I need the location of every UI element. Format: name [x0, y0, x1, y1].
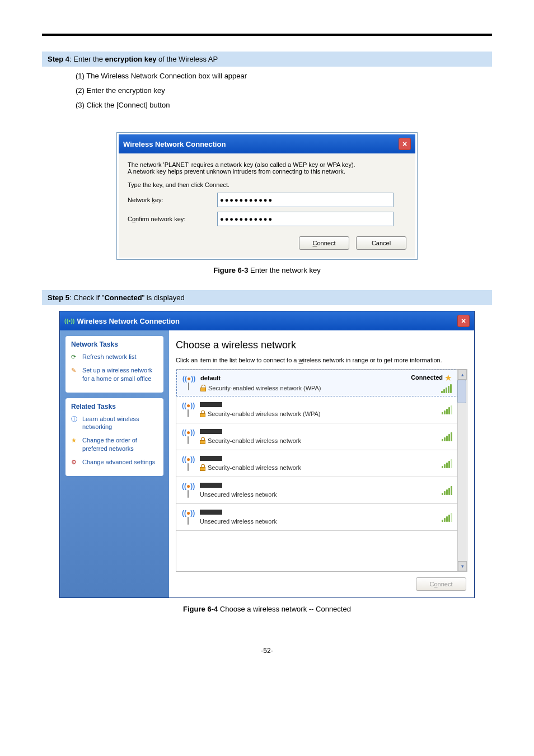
antenna-icon: ((•)) — [64, 318, 75, 324]
star-icon: ★ — [445, 374, 452, 382]
choose-network-desc: Click an item in the list below to conne… — [176, 357, 467, 363]
refresh-icon: ⟳ — [71, 353, 79, 361]
wifi-icon: ((●)) — [182, 375, 195, 391]
network-list[interactable]: ▴ ▾ ((●))defaultSecurity-enabled wireles… — [176, 369, 467, 572]
wifi-icon: ((●)) — [182, 428, 194, 445]
network-item[interactable]: ((●))Unsecured wireless network — [176, 504, 467, 531]
step4-item-3: (3) Click the [Connect] button — [76, 98, 492, 113]
network-name — [200, 510, 436, 515]
network-key-input[interactable] — [217, 193, 394, 207]
cancel-button[interactable]: Cancel — [356, 236, 406, 250]
learn-wireless-link[interactable]: ⓘLearn about wireless networking — [71, 415, 158, 431]
wifi-icon: ((●)) — [182, 482, 194, 499]
network-name: default — [200, 375, 405, 381]
network-tasks-header: Network Tasks — [71, 340, 158, 348]
page-number: -52- — [42, 647, 492, 655]
network-name — [200, 483, 436, 488]
doc-page: Step 4: Enter the encryption key of the … — [0, 0, 534, 677]
main-panel: Choose a wireless network Click an item … — [169, 330, 474, 598]
scroll-up-icon[interactable]: ▴ — [458, 370, 467, 380]
confirm-key-input[interactable] — [217, 212, 394, 226]
connect-button[interactable]: Connect — [299, 236, 349, 250]
network-security-text: Unsecured wireless network — [200, 518, 436, 525]
network-item[interactable]: ((●))defaultSecurity-enabled wireless ne… — [176, 370, 467, 396]
network-key-label: Network key: — [128, 197, 217, 203]
dialog1-desc-line3: Type the key, and then click Connect. — [128, 181, 406, 188]
dialog1-title: Wireless Network Connection — [123, 140, 226, 148]
top-rule — [42, 34, 492, 36]
wifi-icon: ((●)) — [182, 402, 194, 418]
figure-6-3-caption: Figure 6-3 Enter the network key — [42, 266, 492, 274]
star-icon: ★ — [71, 436, 79, 444]
network-item[interactable]: ((●))Security-enabled wireless network — [176, 423, 467, 450]
dialog2-titlebar[interactable]: ((•)) Wireless Network Connection × — [60, 311, 474, 330]
network-name — [200, 429, 436, 434]
change-order-link[interactable]: ★Change the order of preferred networks — [71, 436, 158, 452]
network-security-text: Security-enabled wireless network — [200, 464, 436, 471]
signal-bars-icon — [442, 486, 452, 495]
dialog1-desc-line1: The network 'PLANET' requires a network … — [128, 161, 406, 168]
network-key-dialog: Wireless Network Connection × The networ… — [117, 133, 417, 259]
scrollbar[interactable]: ▴ ▾ — [457, 370, 467, 571]
related-tasks-header: Related Tasks — [71, 403, 158, 410]
wifi-icon: ((●)) — [182, 509, 194, 526]
network-item[interactable]: ((●))Security-enabled wireless network (… — [176, 396, 467, 423]
close-icon[interactable]: × — [399, 138, 411, 150]
step4-label: Step 4 — [48, 55, 69, 63]
signal-bars-icon — [441, 384, 452, 393]
signal-bars-icon — [442, 459, 452, 468]
lock-icon — [200, 464, 205, 471]
network-name — [200, 456, 436, 461]
step5-banner: Step 5: Check if "Connected" is displaye… — [42, 290, 492, 305]
step4-item-2: (2) Enter the encryption key — [76, 83, 492, 98]
lock-icon — [200, 437, 205, 444]
close-icon[interactable]: × — [457, 315, 470, 327]
lock-icon — [200, 410, 205, 417]
connect-button-disabled[interactable]: Connect — [416, 577, 466, 591]
setup-wireless-network-link[interactable]: ✎Set up a wireless network for a home or… — [71, 366, 158, 382]
network-security-text: Security-enabled wireless network (WPA) — [200, 385, 405, 391]
sidebar: Network Tasks ⟳Refresh network list ✎Set… — [60, 330, 169, 598]
confirm-key-label: Confirm network key: — [128, 216, 217, 222]
choose-network-dialog: ((•)) Wireless Network Connection × Netw… — [59, 311, 475, 598]
signal-bars-icon — [442, 405, 452, 414]
step5-label: Step 5 — [48, 293, 69, 302]
step4-item-1: (1) The Wireless Network Connection box … — [76, 69, 492, 83]
network-security-text: Unsecured wireless network — [200, 491, 436, 498]
figure-6-4-caption: Figure 6-4 Choose a wireless network -- … — [42, 605, 492, 613]
network-item[interactable]: ((●))Unsecured wireless network — [176, 477, 467, 504]
refresh-network-list-link[interactable]: ⟳Refresh network list — [71, 353, 158, 361]
dialog1-desc-line2: A network key helps prevent unknown intr… — [128, 168, 406, 175]
scroll-down-icon[interactable]: ▾ — [458, 561, 467, 571]
network-name — [200, 402, 436, 407]
network-item[interactable]: ((●))Security-enabled wireless network — [176, 450, 467, 477]
dialog2-title: Wireless Network Connection — [77, 317, 180, 325]
step4-body: (1) The Wireless Network Connection box … — [42, 67, 492, 118]
info-icon: ⓘ — [71, 415, 79, 423]
scroll-thumb[interactable] — [457, 380, 466, 403]
wizard-icon: ✎ — [71, 366, 79, 374]
gear-icon: ⚙ — [71, 458, 79, 466]
signal-bars-icon — [442, 432, 452, 441]
choose-network-heading: Choose a wireless network — [176, 339, 467, 351]
lock-icon — [200, 385, 206, 391]
dialog1-titlebar[interactable]: Wireless Network Connection × — [119, 134, 415, 153]
signal-bars-icon — [442, 513, 452, 522]
connected-label: Connected ★ — [411, 374, 452, 382]
network-security-text: Security-enabled wireless network — [200, 437, 436, 444]
network-security-text: Security-enabled wireless network (WPA) — [200, 410, 436, 417]
wifi-icon: ((●)) — [182, 455, 194, 472]
advanced-settings-link[interactable]: ⚙Change advanced settings — [71, 458, 158, 466]
step4-banner: Step 4: Enter the encryption key of the … — [42, 52, 492, 67]
